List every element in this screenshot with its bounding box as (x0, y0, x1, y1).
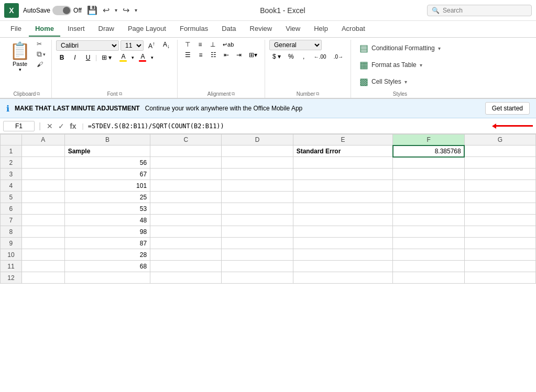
font-family-select[interactable]: Calibri (56, 40, 119, 51)
cell-C4[interactable] (150, 180, 222, 192)
number-format-select[interactable]: General (269, 40, 322, 50)
cell-C8[interactable] (150, 226, 222, 238)
cell-G8[interactable] (464, 226, 535, 238)
font-color-dropdown-icon[interactable]: ▾ (151, 55, 154, 60)
cell-B6[interactable]: 53 (64, 203, 150, 215)
copy-button[interactable]: ⧉ ▾ (35, 49, 47, 59)
cell-F10[interactable] (393, 249, 464, 261)
alignment-expand-icon[interactable]: ⧉ (232, 91, 235, 97)
cell-B5[interactable]: 25 (64, 192, 150, 203)
redo-icon[interactable]: ↪ (122, 4, 130, 16)
fill-color-button[interactable]: A (116, 52, 130, 63)
cell-A7[interactable] (21, 215, 64, 226)
wrap-text-button[interactable]: ↵ab (220, 40, 237, 49)
cell-D4[interactable] (222, 180, 293, 192)
tab-draw[interactable]: Draw (92, 21, 121, 37)
row-header-10[interactable]: 10 (1, 249, 22, 261)
font-color-button[interactable]: A (136, 52, 149, 63)
col-header-e[interactable]: E (293, 135, 393, 145)
row-header-8[interactable]: 8 (1, 226, 22, 238)
row-header-9[interactable]: 9 (1, 238, 22, 249)
paste-button[interactable]: 📋 Paste ▾ (6, 40, 34, 73)
cell-A5[interactable] (21, 192, 64, 203)
cell-C12[interactable] (150, 272, 222, 284)
cell-D11[interactable] (222, 261, 293, 272)
cell-F1[interactable]: 8.385768 (393, 145, 464, 157)
cell-D8[interactable] (222, 226, 293, 238)
row-header-6[interactable]: 6 (1, 203, 22, 215)
cell-B12[interactable] (64, 272, 150, 284)
left-align-button[interactable]: ☰ (182, 50, 194, 60)
cell-F7[interactable] (393, 215, 464, 226)
cell-A4[interactable] (21, 180, 64, 192)
cell-C3[interactable] (150, 169, 222, 180)
cell-C9[interactable] (150, 238, 222, 249)
cell-C5[interactable] (150, 192, 222, 203)
cell-C10[interactable] (150, 249, 222, 261)
cell-E2[interactable] (293, 157, 393, 169)
font-expand-icon[interactable]: ⧉ (119, 91, 122, 97)
cell-G3[interactable] (464, 169, 535, 180)
right-align-button[interactable]: ☷ (207, 50, 220, 60)
cell-A12[interactable] (21, 272, 64, 284)
cell-B11[interactable]: 68 (64, 261, 150, 272)
format-painter-button[interactable]: 🖌 (35, 60, 47, 69)
cell-F11[interactable] (393, 261, 464, 272)
cell-D12[interactable] (222, 272, 293, 284)
row-header-3[interactable]: 3 (1, 169, 22, 180)
cell-B7[interactable]: 48 (64, 215, 150, 226)
cell-A11[interactable] (21, 261, 64, 272)
col-header-d[interactable]: D (222, 135, 293, 145)
cell-D7[interactable] (222, 215, 293, 226)
cell-A10[interactable] (21, 249, 64, 261)
col-header-b[interactable]: B (64, 135, 150, 145)
cell-E6[interactable] (293, 203, 393, 215)
cell-A2[interactable] (21, 157, 64, 169)
bold-button[interactable]: B (56, 53, 68, 62)
copy-dropdown-icon[interactable]: ▾ (43, 52, 46, 57)
confirm-formula-button[interactable]: ✓ (57, 122, 66, 130)
mid-align-button[interactable]: ≡ (194, 40, 206, 49)
comma-button[interactable]: , (298, 52, 310, 61)
cell-F9[interactable] (393, 238, 464, 249)
tab-file[interactable]: File (4, 21, 28, 37)
cell-A1[interactable] (21, 145, 64, 157)
tab-home[interactable]: Home (29, 21, 60, 37)
cell-B2[interactable]: 56 (64, 157, 150, 169)
cell-C11[interactable] (150, 261, 222, 272)
cell-C6[interactable] (150, 203, 222, 215)
cell-F5[interactable] (393, 192, 464, 203)
indent-right-button[interactable]: ⇥ (233, 50, 245, 60)
cut-button[interactable]: ✂ (35, 40, 47, 48)
cell-D1[interactable] (222, 145, 293, 157)
bot-align-button[interactable]: ⊥ (207, 40, 218, 49)
cell-G11[interactable] (464, 261, 535, 272)
center-align-button[interactable]: ≡ (195, 50, 206, 60)
cell-F4[interactable] (393, 180, 464, 192)
borders-button[interactable]: ⊞ ▾ (99, 53, 115, 62)
formula-input[interactable] (88, 122, 488, 130)
cell-E5[interactable] (293, 192, 393, 203)
get-started-button[interactable]: Get started (485, 102, 530, 115)
cell-F12[interactable] (393, 272, 464, 284)
cell-C7[interactable] (150, 215, 222, 226)
cell-E12[interactable] (293, 272, 393, 284)
dec-decrease-button[interactable]: .0→ (331, 53, 346, 61)
paste-dropdown-icon[interactable]: ▾ (19, 67, 21, 72)
search-input[interactable] (443, 7, 521, 14)
save-icon[interactable]: 💾 (86, 4, 99, 16)
cell-E3[interactable] (293, 169, 393, 180)
cell-E1[interactable]: Standard Error (293, 145, 393, 157)
cell-F2[interactable] (393, 157, 464, 169)
cell-C2[interactable] (150, 157, 222, 169)
cell-B1[interactable]: Sample (64, 145, 150, 157)
cell-styles-button[interactable]: ▩ Cell Styles ▾ (355, 74, 411, 89)
cell-B4[interactable]: 101 (64, 180, 150, 192)
dollar-button[interactable]: $ ▾ (269, 52, 284, 61)
row-header-5[interactable]: 5 (1, 192, 22, 203)
clipboard-expand-icon[interactable]: ⧉ (37, 91, 40, 97)
row-header-4[interactable]: 4 (1, 180, 22, 192)
decrease-font-button[interactable]: A↓ (160, 40, 173, 50)
cell-A6[interactable] (21, 203, 64, 215)
tab-help[interactable]: Help (308, 21, 334, 37)
